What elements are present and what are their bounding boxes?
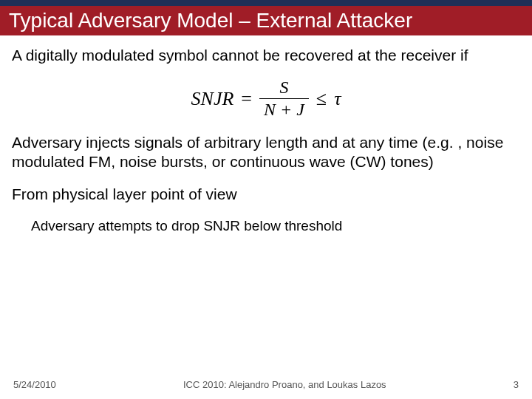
snjr-formula: SNJR = S N + J ≤ τ [191,78,341,119]
footer-page-number: 3 [514,379,519,390]
formula-denominator: N + J [259,98,309,119]
formula-numerator: S [275,78,293,98]
formula-lhs: SNJR [191,87,234,112]
slide-title: Typical Adversary Model – External Attac… [9,9,523,33]
adversary-text: Adversary injects signals of arbitrary l… [12,133,520,172]
formula-fraction: S N + J [259,78,309,119]
footer-date: 5/24/2010 [13,379,56,390]
top-accent-stripe [0,0,532,6]
physical-layer-heading: From physical layer point of view [12,185,520,204]
slide-content: A digitally modulated symbol cannot be r… [0,35,532,235]
slide-footer: 5/24/2010 ICC 2010: Alejandro Proano, an… [0,379,532,390]
formula-relation: ≤ [316,87,327,112]
formula-equals: = [241,87,252,112]
formula-rhs: τ [334,87,341,112]
intro-text: A digitally modulated symbol cannot be r… [12,46,520,65]
physical-layer-sub: Adversary attempts to drop SNJR below th… [31,217,520,235]
footer-center: ICC 2010: Alejandro Proano, and Loukas L… [56,379,514,390]
title-bar: Typical Adversary Model – External Attac… [0,6,532,35]
formula-block: SNJR = S N + J ≤ τ [12,78,520,119]
